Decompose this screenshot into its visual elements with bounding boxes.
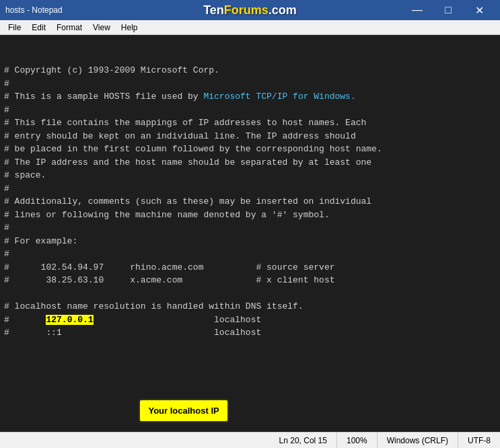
minimize-button[interactable]: — — [402, 0, 433, 20]
status-bar: Ln 20, Col 15 100% Windows (CRLF) UTF-8 — [0, 432, 500, 448]
app-window: hosts - Notepad TenForums.com — □ ✕ File… — [0, 0, 500, 448]
editor-content: # Copyright (c) 1993-2009 Microsoft Corp… — [4, 64, 496, 432]
annotation-tooltip: Your localhost IP — [97, 385, 229, 432]
menu-bar: File Edit Format View Help — [0, 20, 500, 35]
menu-format[interactable]: Format — [51, 22, 87, 34]
menu-view[interactable]: View — [87, 22, 116, 34]
status-zoom: 100% — [337, 433, 378, 448]
title-bar: hosts - Notepad TenForums.com — □ ✕ — [0, 0, 500, 20]
watermark-ten: Ten — [203, 3, 224, 17]
text-editor[interactable]: # Copyright (c) 1993-2009 Microsoft Corp… — [0, 35, 500, 432]
status-line-col: Ln 20, Col 15 — [270, 433, 337, 448]
status-encoding: UTF-8 — [458, 433, 500, 448]
watermark: TenForums.com — [203, 0, 297, 20]
window-controls: — □ ✕ — [402, 0, 495, 20]
close-button[interactable]: ✕ — [464, 0, 495, 20]
menu-edit[interactable]: Edit — [26, 22, 51, 34]
menu-file[interactable]: File — [3, 22, 26, 34]
watermark-forums: Forums — [224, 3, 269, 17]
menu-help[interactable]: Help — [116, 22, 143, 34]
status-line-ending: Windows (CRLF) — [378, 433, 458, 448]
window-title: hosts - Notepad — [5, 5, 63, 15]
maximize-button[interactable]: □ — [433, 0, 464, 20]
watermark-com: .com — [269, 3, 297, 17]
